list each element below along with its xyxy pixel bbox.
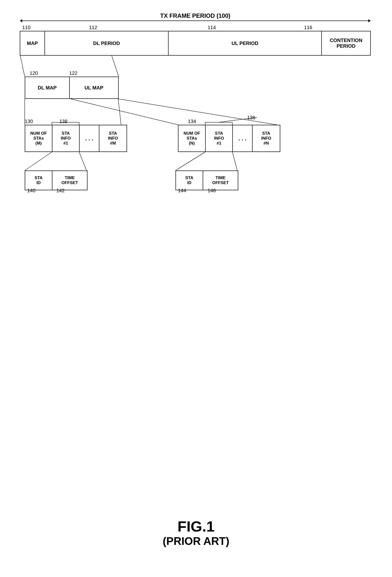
svg-line-4: [71, 99, 178, 125]
sta-info-1-ul-box: STAINFO#1: [206, 125, 233, 151]
ref-120: 120: [30, 71, 38, 76]
time-offset-dl-box: TIMEOFFSET: [52, 171, 87, 190]
ref-132: 132: [59, 119, 68, 124]
ul-map-box: UL MAP: [70, 77, 118, 98]
sta-id-dl-box: STAID: [25, 171, 52, 190]
sta-info-1-dl-box: STAINFO#1: [52, 125, 80, 151]
ellipsis-ul: . . .: [233, 125, 252, 151]
fig-number: FIG.1: [0, 518, 392, 535]
num-stas-m-box: NUM OFSTAs(M): [25, 125, 52, 151]
level4-dl-frame: STAID TIMEOFFSET: [25, 171, 87, 190]
figure-title: FIG.1 (PRIOR ART): [0, 518, 392, 547]
svg-line-8: [176, 152, 205, 171]
map-box: MAP: [20, 31, 45, 55]
ref-110: 110: [22, 25, 30, 30]
svg-line-0: [20, 56, 25, 77]
dl-period-box: DL PERIOD: [45, 31, 169, 55]
level4-ul-frame: STAID TIMEOFFSET: [176, 171, 238, 190]
svg-line-1: [112, 56, 119, 77]
svg-line-7: [79, 152, 86, 171]
level1-frame: MAP DL PERIOD UL PERIOD CONTENTIONPERIOD: [20, 31, 371, 56]
ref-136: 136: [247, 115, 255, 121]
level2-frame: DL MAP UL MAP: [25, 77, 119, 99]
ref-114: 114: [208, 25, 216, 30]
arrow-right-head: [368, 19, 371, 22]
tx-frame-label: TX FRAME PERIOD (100): [160, 12, 230, 19]
svg-line-6: [25, 152, 52, 171]
ref-130: 130: [25, 119, 33, 124]
num-stas-n-box: NUM OFSTAs(N): [178, 125, 206, 151]
contention-box: CONTENTIONPERIOD: [322, 31, 370, 55]
ref-112: 112: [89, 25, 97, 30]
svg-line-5: [118, 99, 277, 125]
fig-subtitle: (PRIOR ART): [0, 535, 392, 547]
sta-info-n-box: STAINFO#N: [252, 125, 280, 151]
sta-info-m-box: STAINFO#M: [99, 125, 127, 151]
time-offset-ul-box: TIMEOFFSET: [203, 171, 238, 190]
dl-map-box: DL MAP: [25, 77, 70, 98]
sta-id-ul-box: STAID: [176, 171, 203, 190]
svg-line-9: [232, 152, 237, 171]
ellipsis-dl: . . .: [80, 125, 99, 151]
level3-ul-frame: NUM OFSTAs(N) STAINFO#1 . . . STAINFO#N: [178, 125, 280, 152]
arrow-left-head: [20, 19, 22, 22]
arrow-line: [22, 21, 368, 21]
ref-134: 134: [188, 119, 196, 124]
level3-dl-frame: NUM OFSTAs(M) STAINFO#1 . . . STAINFO#M: [25, 125, 127, 152]
ul-period-box: UL PERIOD: [169, 31, 322, 55]
svg-line-3: [118, 99, 121, 125]
ref-122: 122: [69, 71, 77, 76]
ref-116: 116: [304, 25, 312, 30]
